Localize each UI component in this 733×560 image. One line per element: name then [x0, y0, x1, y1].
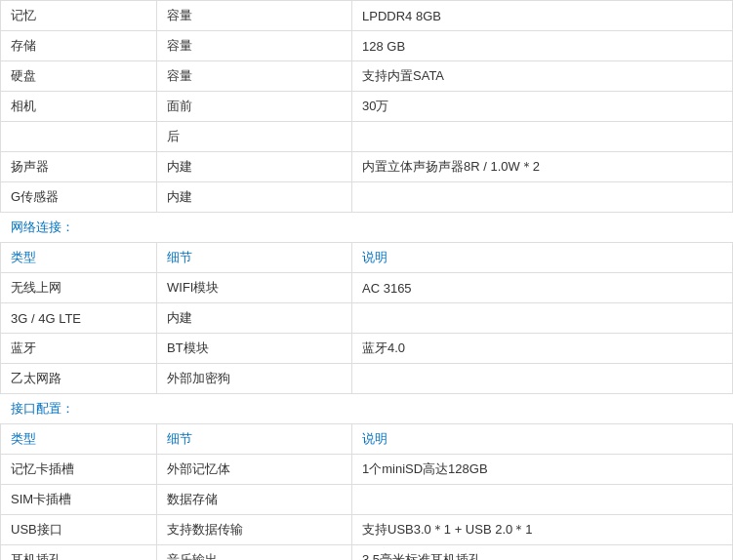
cell-type-9: 无线上网 — [1, 273, 157, 303]
cell-type-1: 存储 — [1, 31, 157, 61]
cell-type-11: 蓝牙 — [1, 334, 157, 364]
cell-value-12 — [352, 364, 733, 394]
cell-detail-17: 支持数据传输 — [157, 515, 352, 545]
cell-detail-10: 内建 — [157, 303, 352, 334]
section-label-section_port: 接口配置： — [1, 394, 733, 424]
cell-type-8: 类型 — [1, 243, 157, 273]
cell-type-16: SIM卡插槽 — [1, 485, 157, 515]
cell-value-16 — [352, 485, 733, 515]
cell-value-8: 说明 — [352, 243, 733, 273]
cell-detail-1: 容量 — [157, 31, 352, 61]
cell-detail-3: 面前 — [157, 92, 352, 122]
cell-type-4 — [1, 122, 157, 152]
cell-detail-8: 细节 — [157, 243, 352, 273]
cell-detail-6: 内建 — [157, 182, 352, 213]
cell-value-11: 蓝牙4.0 — [352, 334, 733, 364]
cell-value-9: AC 3165 — [352, 273, 733, 303]
cell-detail-11: BT模块 — [157, 334, 352, 364]
cell-detail-2: 容量 — [157, 61, 352, 92]
cell-value-18: 3.5毫米标准耳机插孔 — [352, 545, 733, 561]
cell-type-2: 硬盘 — [1, 61, 157, 92]
cell-value-2: 支持内置SATA — [352, 61, 733, 92]
cell-value-3: 30万 — [352, 92, 733, 122]
spec-table: 记忆容量LPDDR4 8GB存储容量128 GB硬盘容量支持内置SATA相机面前… — [0, 0, 733, 560]
cell-value-6 — [352, 182, 733, 213]
cell-value-15: 1个miniSD高达128GB — [352, 455, 733, 485]
cell-detail-0: 容量 — [157, 1, 352, 31]
cell-detail-18: 音乐输出 — [157, 545, 352, 561]
cell-detail-15: 外部记忆体 — [157, 455, 352, 485]
cell-type-14: 类型 — [1, 424, 157, 455]
cell-detail-16: 数据存储 — [157, 485, 352, 515]
cell-value-14: 说明 — [352, 424, 733, 455]
cell-type-12: 乙太网路 — [1, 364, 157, 394]
cell-detail-14: 细节 — [157, 424, 352, 455]
cell-value-10 — [352, 303, 733, 334]
cell-type-6: G传感器 — [1, 182, 157, 213]
cell-type-17: USB接口 — [1, 515, 157, 545]
cell-type-0: 记忆 — [1, 1, 157, 31]
cell-type-3: 相机 — [1, 92, 157, 122]
cell-detail-4: 后 — [157, 122, 352, 152]
section-label-section_network: 网络连接： — [1, 213, 733, 243]
cell-value-5: 内置立体声扬声器8R / 1.0W＊2 — [352, 152, 733, 182]
cell-detail-5: 内建 — [157, 152, 352, 182]
cell-type-15: 记忆卡插槽 — [1, 455, 157, 485]
cell-detail-9: WIFI模块 — [157, 273, 352, 303]
cell-detail-12: 外部加密狗 — [157, 364, 352, 394]
cell-value-1: 128 GB — [352, 31, 733, 61]
cell-type-18: 耳机插孔 — [1, 545, 157, 561]
cell-value-17: 支持USB3.0＊1 + USB 2.0＊1 — [352, 515, 733, 545]
cell-type-10: 3G / 4G LTE — [1, 303, 157, 334]
cell-value-0: LPDDR4 8GB — [352, 1, 733, 31]
cell-value-4 — [352, 122, 733, 152]
cell-type-5: 扬声器 — [1, 152, 157, 182]
